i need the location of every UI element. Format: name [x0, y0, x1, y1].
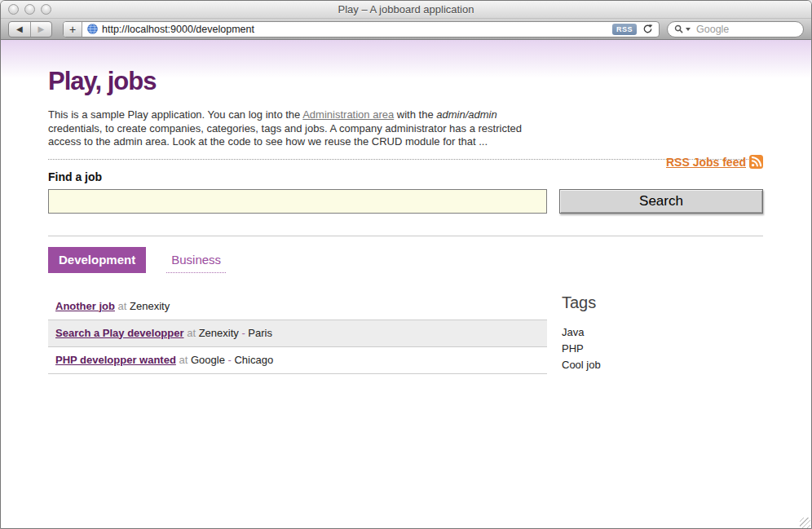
rss-badge[interactable]: RSS: [612, 24, 637, 35]
rss-jobs-feed-link[interactable]: RSS Jobs feed: [666, 155, 763, 169]
url-field[interactable]: http://localhost:9000/development: [102, 24, 612, 35]
intro-text-1: This is a sample Play application. You c…: [48, 108, 302, 121]
find-a-job-label: Find a job: [48, 170, 763, 183]
back-button[interactable]: ◀: [9, 22, 31, 37]
window-title: Play – A jobboard application: [1, 3, 811, 15]
tag-item[interactable]: Java: [562, 324, 601, 341]
search-button[interactable]: Search: [559, 189, 763, 214]
job-company: Zenexity: [199, 327, 239, 339]
job-company: Google: [191, 354, 225, 366]
chevron-down-icon: [686, 28, 691, 31]
job-link[interactable]: PHP developper wanted: [55, 354, 176, 366]
credentials-text: admin/admin: [436, 108, 496, 121]
tags-sidebar: Tags Java PHP Cool job: [562, 293, 601, 374]
job-at: at: [187, 327, 196, 339]
address-bar: + http://localhost:9000/development RSS: [63, 21, 660, 37]
tag-item[interactable]: PHP: [562, 341, 601, 357]
intro-text-2: with the: [394, 108, 436, 121]
category-tabs: Development Business: [48, 247, 763, 273]
job-dash: -: [241, 327, 245, 339]
search-icon: [674, 24, 683, 33]
rss-jobs-feed-label: RSS Jobs feed: [666, 156, 746, 169]
job-at: at: [179, 354, 188, 366]
section-divider: [48, 236, 763, 236]
rss-feed-icon: [749, 155, 763, 169]
job-location: Chicago: [234, 354, 273, 366]
tag-item[interactable]: Cool job: [562, 357, 601, 373]
job-search-input[interactable]: [48, 189, 547, 214]
dotted-divider: [48, 159, 763, 160]
intro-paragraph: This is a sample Play application. You c…: [48, 108, 544, 149]
nav-buttons: ◀ ▶: [8, 21, 52, 37]
job-link[interactable]: Search a Play developper: [55, 327, 184, 339]
google-search-field[interactable]: Google: [667, 21, 804, 37]
jobs-area: Another job at Zenexity Search a Play de…: [48, 293, 763, 374]
page-content: Play, jobs This is a sample Play applica…: [1, 40, 811, 529]
browser-window: Play – A jobboard application ◀ ▶ + http…: [0, 0, 812, 529]
title-bar: Play – A jobboard application: [1, 1, 811, 19]
job-at: at: [118, 300, 127, 312]
job-row: Search a Play developper at Zenexity - P…: [48, 320, 547, 347]
job-row: PHP developper wanted at Google - Chicag…: [48, 347, 547, 374]
forward-button[interactable]: ▶: [31, 22, 52, 37]
job-location: Paris: [248, 327, 272, 339]
intro-text-3: credentials, to create companies, catego…: [48, 122, 522, 148]
job-dash: -: [228, 354, 232, 366]
search-placeholder: Google: [696, 24, 729, 35]
administration-area-link[interactable]: Administration area: [302, 108, 394, 121]
new-tab-button[interactable]: +: [64, 22, 82, 37]
globe-favicon-icon: [87, 24, 98, 34]
browser-toolbar: ◀ ▶ + http://localhost:9000/development …: [1, 19, 811, 40]
job-search-form: Search: [48, 189, 763, 214]
page-title: Play, jobs: [48, 40, 763, 96]
job-row: Another job at Zenexity: [48, 293, 547, 320]
jobs-table: Another job at Zenexity Search a Play de…: [48, 293, 547, 374]
tab-development[interactable]: Development: [48, 247, 146, 273]
tags-heading: Tags: [562, 293, 601, 312]
resize-grip[interactable]: [800, 518, 810, 528]
job-company: Zenexity: [130, 300, 170, 312]
tags-list: Java PHP Cool job: [562, 324, 601, 373]
job-link[interactable]: Another job: [55, 300, 115, 312]
reload-icon[interactable]: [642, 24, 653, 34]
tab-business[interactable]: Business: [166, 247, 226, 273]
